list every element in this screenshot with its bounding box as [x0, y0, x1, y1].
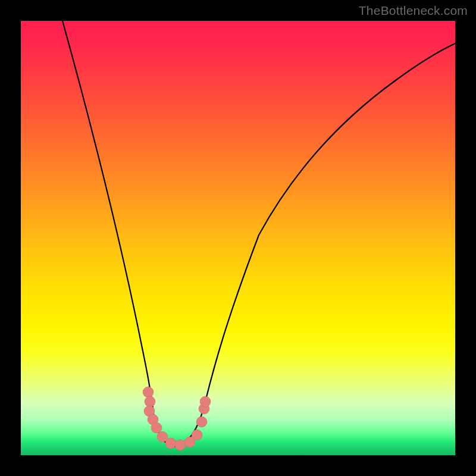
svg-point-6: [165, 438, 176, 449]
svg-point-9: [192, 430, 202, 440]
watermark-text: TheBottleneck.com: [359, 4, 468, 18]
svg-point-0: [143, 387, 154, 397]
curves-layer: [21, 21, 455, 455]
right-curve: [178, 43, 455, 446]
svg-point-10: [196, 416, 207, 427]
chart-frame: TheBottleneck.com: [0, 0, 476, 476]
plot-area: [21, 21, 455, 455]
svg-point-7: [175, 440, 186, 450]
svg-point-12: [200, 396, 211, 407]
dot-cluster: [143, 387, 211, 450]
svg-point-4: [151, 422, 162, 433]
left-curve: [62, 21, 178, 446]
svg-point-1: [145, 396, 155, 407]
